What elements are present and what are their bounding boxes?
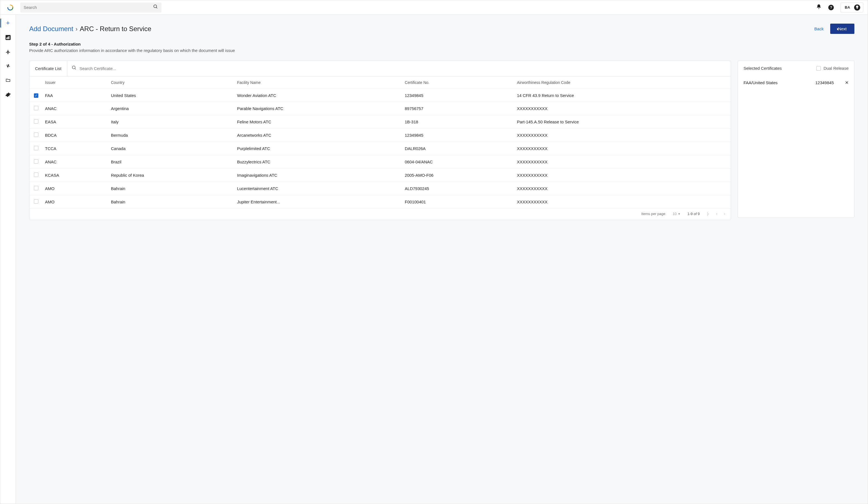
certificate-table: Issuer Country Facility Name Certificate… bbox=[30, 76, 731, 209]
selected-certificates-title: Selected Certificates bbox=[744, 66, 782, 71]
cell-facility: Jupiter Entertainment... bbox=[234, 195, 402, 209]
cell-facility: Lucentertainment ATC bbox=[234, 182, 402, 195]
cell-issuer: FAA bbox=[42, 89, 107, 102]
sidebar-item-settings[interactable] bbox=[0, 88, 16, 103]
certificate-list-panel: Certificate List Issuer bbox=[29, 61, 731, 220]
transfer-icon bbox=[5, 63, 11, 70]
certificate-search[interactable] bbox=[67, 61, 731, 76]
cell-facility: Wonder Aviation ATC bbox=[234, 89, 402, 102]
app-logo[interactable] bbox=[5, 4, 16, 11]
cell-country: United States bbox=[107, 89, 234, 102]
table-row[interactable]: FAA United States Wonder Aviation ATC 12… bbox=[30, 89, 731, 102]
back-button[interactable]: Back bbox=[814, 27, 824, 31]
page-first-button[interactable]: |‹ bbox=[707, 212, 709, 216]
cell-issuer: KCASA bbox=[42, 169, 107, 182]
cell-country: Republic of Korea bbox=[107, 169, 234, 182]
cell-arc: XXXXXXXXXXX bbox=[514, 182, 731, 195]
search-icon bbox=[72, 65, 77, 72]
user-menu[interactable]: BA bbox=[840, 2, 863, 12]
breadcrumb-link[interactable]: Add Document bbox=[29, 25, 73, 33]
col-issuer[interactable]: Issuer bbox=[42, 76, 107, 89]
pagination: Items per page 10 ▾ 1-9 of 9 |‹ ‹ › bbox=[30, 209, 731, 220]
sidebar-item-transfer[interactable] bbox=[0, 59, 16, 74]
breadcrumb-separator: › bbox=[75, 25, 78, 33]
selected-cert-row: FAA/United States 12349845 ✕ bbox=[738, 75, 854, 90]
table-row[interactable]: TCCA Canada Purplelimited ATC DALR026A X… bbox=[30, 142, 731, 155]
cell-certno: 0604-04/ANAC bbox=[402, 155, 514, 169]
dual-release-toggle[interactable]: Dual Release bbox=[816, 66, 849, 71]
sidebar-item-dashboard[interactable] bbox=[0, 30, 16, 45]
row-checkbox[interactable] bbox=[34, 159, 38, 164]
table-row[interactable]: AMO Bahrain Lucentertainment ATC ALD7930… bbox=[30, 182, 731, 195]
step-subtitle: Provide ARC authorization information in… bbox=[29, 48, 854, 53]
col-arc[interactable]: Airworthiness Regulation Code bbox=[514, 76, 731, 89]
sidebar-item-fleet[interactable] bbox=[0, 45, 16, 59]
row-checkbox[interactable] bbox=[34, 106, 38, 110]
row-checkbox[interactable] bbox=[34, 133, 38, 137]
chevron-down-icon: ▾ bbox=[678, 212, 680, 216]
cell-issuer: ANAC bbox=[42, 155, 107, 169]
global-search-input[interactable] bbox=[24, 5, 153, 10]
row-checkbox[interactable] bbox=[34, 146, 38, 150]
items-per-page-select[interactable]: 10 ▾ bbox=[673, 212, 680, 216]
table-row[interactable]: KCASA Republic of Korea Imaginavigations… bbox=[30, 169, 731, 182]
plane-icon bbox=[6, 50, 11, 54]
next-button[interactable]: Next bbox=[830, 24, 854, 34]
cell-issuer: ANAC bbox=[42, 102, 107, 115]
table-row[interactable]: AMO Bahrain Jupiter Entertainment... F00… bbox=[30, 195, 731, 209]
cell-arc: XXXXXXXXXXX bbox=[514, 155, 731, 169]
dual-release-label: Dual Release bbox=[824, 66, 849, 71]
sidebar-item-folder[interactable] bbox=[0, 74, 16, 88]
col-country[interactable]: Country bbox=[107, 76, 234, 89]
help-icon[interactable]: ? bbox=[828, 5, 834, 10]
cell-issuer: TCCA bbox=[42, 142, 107, 155]
sidebar-item-add[interactable] bbox=[0, 16, 16, 30]
cell-facility: Imaginavigations ATC bbox=[234, 169, 402, 182]
cell-arc: XXXXXXXXXXX bbox=[514, 169, 731, 182]
gear-icon bbox=[5, 92, 11, 99]
certificate-search-input[interactable] bbox=[80, 66, 726, 71]
svg-point-0 bbox=[154, 5, 157, 8]
topbar-actions: ? BA bbox=[816, 2, 863, 12]
cell-country: Bahrain bbox=[107, 195, 234, 209]
selected-issuer: FAA/United States bbox=[744, 80, 815, 85]
row-checkbox[interactable] bbox=[34, 119, 38, 124]
cell-facility: Purplelimited ATC bbox=[234, 142, 402, 155]
cell-issuer: BDCA bbox=[42, 128, 107, 142]
table-row[interactable]: EASA Italy Feline Motors ATC 1B-318 Part… bbox=[30, 115, 731, 128]
remove-selected-button[interactable]: ✕ bbox=[845, 80, 849, 85]
search-icon[interactable] bbox=[153, 4, 158, 11]
plus-icon bbox=[6, 19, 10, 27]
table-row[interactable]: ANAC Argentina Parable Navigations ATC 8… bbox=[30, 102, 731, 115]
page-next-button[interactable]: › bbox=[724, 212, 725, 216]
row-checkbox[interactable] bbox=[34, 199, 38, 204]
global-search[interactable] bbox=[20, 2, 162, 12]
breadcrumb-current: ARC - Return to Service bbox=[80, 25, 151, 33]
cell-certno: F00100401 bbox=[402, 195, 514, 209]
cell-facility: Feline Motors ATC bbox=[234, 115, 402, 128]
user-initials: BA bbox=[845, 5, 850, 9]
col-facility[interactable]: Facility Name bbox=[234, 76, 402, 89]
notifications-icon[interactable] bbox=[816, 4, 822, 11]
cell-facility: Buzzylectrics ATC bbox=[234, 155, 402, 169]
col-certno[interactable]: Certificate No. bbox=[402, 76, 514, 89]
items-per-page-value: 10 bbox=[673, 212, 676, 216]
cell-country: Canada bbox=[107, 142, 234, 155]
breadcrumb: Add Document › ARC - Return to Service bbox=[29, 25, 152, 33]
cell-country: Bahrain bbox=[107, 182, 234, 195]
cell-issuer: AMO bbox=[42, 182, 107, 195]
table-row[interactable]: BDCA Bermuda Arcanetworks ATC 12349845 X… bbox=[30, 128, 731, 142]
row-checkbox[interactable] bbox=[34, 93, 38, 98]
step-title: Step 2 of 4 - Authorization bbox=[29, 42, 854, 47]
cell-country: Brazil bbox=[107, 155, 234, 169]
chart-icon bbox=[6, 35, 11, 40]
cell-certno: 2005-AMO-F06 bbox=[402, 169, 514, 182]
page-prev-button[interactable]: ‹ bbox=[716, 212, 717, 216]
table-row[interactable]: ANAC Brazil Buzzylectrics ATC 0604-04/AN… bbox=[30, 155, 731, 169]
cell-facility: Arcanetworks ATC bbox=[234, 128, 402, 142]
dual-release-checkbox[interactable] bbox=[816, 66, 821, 71]
row-checkbox[interactable] bbox=[34, 186, 38, 190]
sidebar bbox=[0, 15, 16, 504]
cell-arc: 14 CFR 43.9 Return to Service bbox=[514, 89, 731, 102]
row-checkbox[interactable] bbox=[34, 173, 38, 177]
